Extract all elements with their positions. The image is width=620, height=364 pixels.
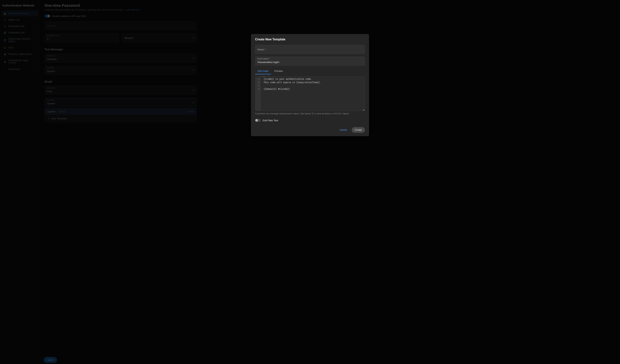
tab-edit-mode[interactable]: Edit mode — [255, 68, 271, 74]
code-lines[interactable]: {{code}} is your authentication code.Thi… — [261, 77, 321, 111]
template-name-input[interactable] — [255, 45, 365, 54]
create-button[interactable]: Create — [352, 127, 365, 133]
plain-text-toggle[interactable] — [255, 119, 261, 122]
plain-text-label: Edit Plain Text — [263, 119, 278, 122]
subject-label: Email subject * — [257, 58, 270, 60]
modal-overlay: Create New Template Name * Email subject… — [0, 0, 620, 364]
tab-preview[interactable]: Preview — [272, 68, 285, 74]
modal-title: Create New Template — [255, 38, 365, 41]
resize-handle[interactable]: ◢ — [362, 108, 364, 110]
message-body-editor[interactable]: Message body 1234 {{code}} is your authe… — [255, 76, 365, 111]
line-gutter: 1234 — [255, 77, 261, 111]
name-label: Name * — [257, 48, 265, 51]
create-template-modal: Create New Template Name * Email subject… — [251, 34, 369, 136]
dynamic-values-hint: Customize your message using dynamic val… — [255, 112, 365, 115]
cancel-button[interactable]: Cancel — [337, 127, 350, 133]
email-subject-input[interactable] — [255, 57, 365, 66]
body-label: Message body — [257, 76, 271, 77]
